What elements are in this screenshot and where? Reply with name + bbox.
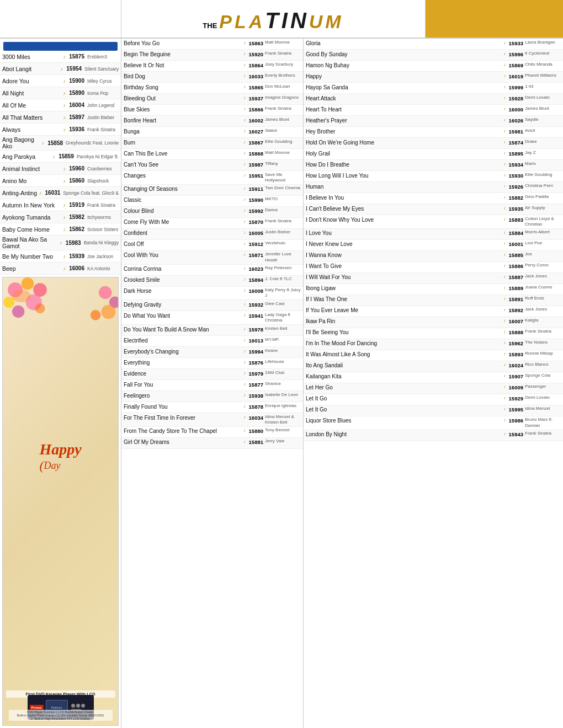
song-artist: 6 Cyclemind xyxy=(525,51,561,56)
song-artist: Frank Sinatra xyxy=(86,202,119,208)
svg-point-5 xyxy=(12,306,25,318)
music-icon: ♪ xyxy=(503,373,506,379)
song-number: 15885 xyxy=(506,251,525,259)
song-title: Baby Come Home xyxy=(2,226,62,233)
promo-badge: Promo xyxy=(30,705,44,710)
song-number: 15871 xyxy=(246,251,265,259)
music-icon: ♪ xyxy=(243,301,246,308)
song-artist: Itchyworms xyxy=(86,215,119,220)
song-title: Can't You See xyxy=(124,161,243,168)
table-row: Let It Go ♪ 15995 Idina Menzel xyxy=(304,405,563,416)
music-icon: ♪ xyxy=(503,150,506,157)
song-number: 16005 xyxy=(246,229,265,237)
song-title: Cool Off xyxy=(124,240,243,248)
table-row: Bunga ♪ 16027 Siakol xyxy=(121,127,303,138)
song-title: Hamon Ng Buhay xyxy=(306,62,503,69)
song-number: 15941 xyxy=(246,312,265,320)
music-icon: ♪ xyxy=(243,287,246,294)
song-artist: Darius xyxy=(265,207,301,213)
platinum-screen-label: Platinum xyxy=(51,706,62,709)
song-title: Ang Bagong Ako xyxy=(2,136,41,149)
song-number: 15994 xyxy=(246,348,265,356)
music-icon: ♪ xyxy=(243,337,246,344)
song-number: 15979 xyxy=(246,370,265,378)
song-number: 16031 xyxy=(43,190,60,196)
song-artist: Mario xyxy=(525,161,561,167)
table-row: Gloria ♪ 15933 Laura Branigan xyxy=(304,39,563,50)
table-row: I Love You ♪ 15884 Morris Albert xyxy=(304,229,563,240)
new-songs-title xyxy=(3,42,118,51)
song-number: 15894 xyxy=(246,276,265,284)
music-icon: ♪ xyxy=(42,140,45,146)
song-number: 15930 xyxy=(506,172,525,180)
left-song-list: 3000 Miles ♪ 15875 Emblem3 Abot Langit ♪… xyxy=(0,51,121,275)
table-row: Cool Off ♪ 15912 Verzikhulo xyxy=(121,240,303,251)
table-row: Burn ♪ 15867 Ellie Goulding xyxy=(121,138,303,149)
song-number: 15900 xyxy=(67,78,84,84)
song-artist: Lifehouse xyxy=(265,359,301,365)
music-icon: ♪ xyxy=(503,307,506,313)
music-icon: ♪ xyxy=(243,359,246,366)
music-icon: ♪ xyxy=(63,254,66,259)
header: THE PLATINUM xyxy=(0,0,563,39)
music-icon: ♪ xyxy=(243,207,246,214)
song-title: I Love You xyxy=(306,229,503,237)
song-number: 15886 xyxy=(506,263,525,270)
song-title: Begin The Beguine xyxy=(124,51,243,58)
table-row: Electrified ♪ 16013 MY.MP. xyxy=(121,336,303,347)
table-row: Hold On We're Going Home ♪ 15874 Drake xyxy=(304,138,563,149)
music-icon: ♪ xyxy=(63,115,66,120)
music-icon: ♪ xyxy=(503,329,506,335)
song-title: Beep xyxy=(2,265,62,272)
music-icon: ♪ xyxy=(503,240,506,247)
song-number: 15865 xyxy=(246,84,265,92)
song-number: 15893 xyxy=(506,351,525,358)
music-icon: ♪ xyxy=(503,417,506,424)
song-number: 15862 xyxy=(67,226,84,232)
song-artist: Frank Sinatra xyxy=(265,106,301,111)
table-row: Come Fly With Me ♪ 15870 Frank Sinatra xyxy=(121,218,303,229)
song-title: Animal Instinct xyxy=(2,165,62,172)
song-number: 15983 xyxy=(63,240,81,246)
song-title: Heart Attack xyxy=(306,95,503,102)
song-number: 15938 xyxy=(246,392,265,400)
music-icon: ♪ xyxy=(243,84,246,90)
table-row: Fall For You ♪ 15877 Shanice xyxy=(121,380,303,391)
song-artist: Frank Sinatra xyxy=(265,51,301,56)
table-row: Heather's Prayer ♪ 16026 Saydie xyxy=(304,116,563,127)
song-number: 15895 xyxy=(506,150,525,158)
song-artist: Joey Scarbury xyxy=(265,62,301,67)
song-title: Do What You Want xyxy=(124,312,243,319)
song-title: Good By Sunday xyxy=(306,51,503,58)
song-title: Anino Mo xyxy=(2,178,62,184)
song-artist: Miley Cyrus xyxy=(86,78,119,84)
song-number: 15887 xyxy=(506,274,525,281)
music-icon: ♪ xyxy=(63,127,66,132)
song-number: 16027 xyxy=(246,128,265,136)
svg-point-8 xyxy=(99,286,111,299)
music-icon: ♪ xyxy=(503,216,506,223)
song-number: 15866 xyxy=(246,106,265,114)
song-title: Everybody's Changing xyxy=(124,348,243,355)
song-number: 16002 xyxy=(246,117,265,125)
song-title: Birthday Song xyxy=(124,84,243,91)
song-artist: Ellie Goulding xyxy=(525,172,561,178)
song-title: Hey Brother xyxy=(306,128,503,135)
list-item: Anting-Anting ♪ 16031 Sponge Cola feat. … xyxy=(0,187,121,199)
song-title: Bunga xyxy=(124,128,243,135)
song-title: Let Her Go xyxy=(306,384,503,391)
song-artist: Passenger xyxy=(525,384,561,389)
music-icon: ♪ xyxy=(63,54,66,60)
table-row: It Was Almost Like A Song ♪ 15893 Ronnie… xyxy=(304,350,563,361)
song-number: 15884 xyxy=(506,229,525,237)
song-number: 15936 xyxy=(67,126,84,132)
song-number: 15878 xyxy=(246,403,265,411)
song-title: How Long Will I Love You xyxy=(306,172,503,179)
song-artist: Bruno Mars ft. Damian xyxy=(525,417,561,429)
song-number: 15892 xyxy=(506,307,525,314)
song-number: 15911 xyxy=(246,185,265,193)
song-title: Blue Skies xyxy=(124,106,243,113)
song-number: 15954 xyxy=(64,66,82,72)
table-row: Crooked Smile ♪ 15894 J. Cole ft TLC xyxy=(121,276,303,287)
song-artist: Idina Menzel & Kristen Bell xyxy=(265,414,301,426)
